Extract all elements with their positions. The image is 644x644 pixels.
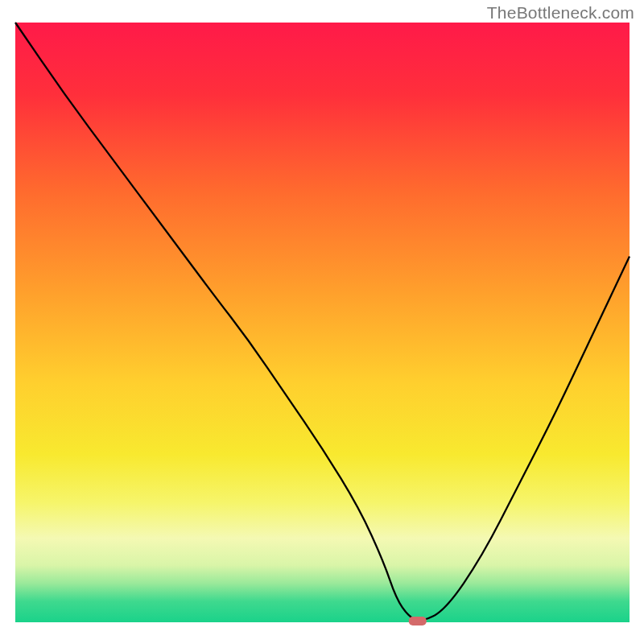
chart-container: { "watermark": "TheBottleneck.com", "col… xyxy=(0,0,644,644)
chart-svg xyxy=(15,23,630,622)
watermark-text: TheBottleneck.com xyxy=(487,3,634,23)
chart-background xyxy=(15,23,630,622)
optimal-marker xyxy=(409,617,427,625)
